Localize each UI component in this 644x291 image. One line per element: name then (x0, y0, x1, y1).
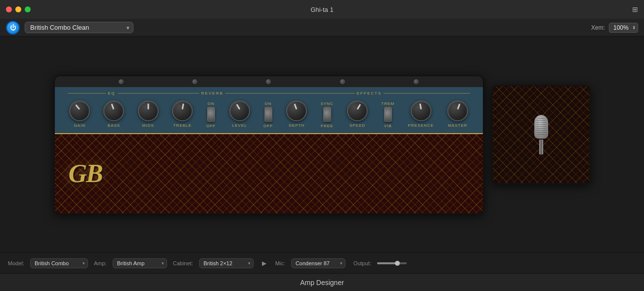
reverb-switch[interactable] (207, 107, 215, 122)
zoom-wrapper: 75% 100% 125% 150% (609, 23, 638, 33)
speed-knob[interactable] (347, 100, 368, 121)
speed-knob-group: SPEED (347, 100, 368, 128)
model-select-wrapper: British Combo American Vintage British L… (30, 258, 88, 268)
output-label: Output: (353, 260, 371, 266)
toolbar: ⏻ British Combo Clean British Combo Brit… (0, 19, 644, 37)
mic-label: Mic: (275, 260, 285, 266)
free-label: FREE (321, 124, 333, 128)
preset-dropdown-wrapper: British Combo Clean British Combo Britis… (20, 22, 133, 33)
power-button[interactable]: ⏻ (6, 21, 20, 35)
depth-off-label: OFF (263, 124, 273, 128)
mic-body (539, 140, 543, 154)
section-reverb-label: REVERB (201, 91, 223, 96)
trem-label: TREM (382, 101, 395, 106)
bolt-5 (414, 79, 419, 84)
gb-logo: GB (69, 159, 102, 188)
zoom-select[interactable]: 75% 100% 125% 150% (609, 23, 638, 33)
maximize-button[interactable] (25, 6, 31, 12)
power-icon: ⏻ (10, 24, 16, 31)
bolt-3 (266, 79, 271, 84)
gain-knob-group: GAIN (69, 100, 90, 128)
section-eq-label: EQ (108, 91, 116, 96)
gain-knob[interactable] (69, 100, 90, 121)
depth-on-label: ON (265, 101, 272, 106)
model-select[interactable]: British Combo American Vintage British L… (30, 258, 88, 268)
level-label: LEVEL (232, 123, 247, 128)
close-button[interactable] (6, 6, 12, 12)
bolt-1 (119, 79, 124, 84)
amp-scene: EQ REVERB EFFECTS (6, 75, 638, 214)
bass-knob[interactable] (103, 100, 124, 121)
treble-knob[interactable] (172, 100, 193, 121)
expand-icon[interactable]: ⊞ (632, 5, 638, 13)
knobs-row: GAIN BASS MIDS TREBLE (63, 98, 475, 130)
titlebar: Ghi-ta 1 ⊞ (0, 0, 644, 19)
reverb-on-label: ON (208, 101, 215, 106)
traffic-lights (6, 6, 31, 12)
amp-label: Amp: (94, 260, 107, 266)
presence-label: PRESENCE (408, 123, 434, 128)
mids-knob-group: MIDS (138, 100, 159, 128)
minimize-button[interactable] (15, 6, 21, 12)
mic-select[interactable]: Condenser 87 Dynamic 57 Ribbon 121 (291, 258, 345, 268)
speed-label: SPEED (349, 123, 365, 128)
main-area: EQ REVERB EFFECTS (0, 37, 644, 252)
microphone (534, 115, 549, 154)
bass-knob-group: BASS (103, 100, 124, 128)
reverb-off-label: OFF (206, 124, 215, 128)
bass-label: BASS (108, 123, 120, 128)
amp-bolts (55, 76, 483, 87)
amp-cabinet (492, 85, 591, 184)
master-knob[interactable] (447, 100, 468, 121)
trem-switch-group: TREM VIB (382, 100, 395, 128)
master-knob-group: MASTER (447, 100, 468, 128)
level-knob[interactable] (229, 100, 250, 121)
preset-select[interactable]: British Combo Clean British Combo Britis… (25, 22, 133, 33)
mids-label: MIDS (142, 123, 154, 128)
window-title: Ghi-ta 1 (310, 6, 333, 13)
app-title: Amp Designer (300, 279, 344, 287)
depth-label: DEPTH (289, 123, 304, 128)
output-slider[interactable] (377, 262, 407, 264)
model-label: Model: (8, 260, 24, 266)
section-effects-label: EFFECTS (357, 91, 382, 96)
cabinet-select-wrapper: British 2×12 British 4×12 American 1×12 (199, 258, 254, 268)
cabinet-select[interactable]: British 2×12 British 4×12 American 1×12 (199, 258, 254, 268)
toolbar-right: Xem: 75% 100% 125% 150% (591, 23, 638, 33)
sync-switch[interactable] (323, 107, 331, 122)
master-label: MASTER (448, 123, 467, 128)
depth-knob-group: DEPTH (286, 100, 307, 128)
depth-knob[interactable] (286, 100, 307, 121)
bottom-bar: Model: British Combo American Vintage Br… (0, 252, 644, 273)
depth-switch-group: ON OFF (263, 100, 273, 128)
output-slider-fill (377, 262, 397, 264)
play-button[interactable]: ▶ (259, 258, 269, 268)
controls-panel: EQ REVERB EFFECTS (55, 87, 483, 133)
amp-select-wrapper: British Amp American Amp (113, 258, 167, 268)
bolt-4 (340, 79, 345, 84)
mids-knob[interactable] (138, 100, 159, 121)
level-knob-group: LEVEL (229, 100, 250, 128)
presence-knob[interactable] (411, 100, 431, 121)
depth-switch[interactable] (264, 107, 272, 122)
zoom-label: Xem: (591, 24, 605, 31)
treble-label: TREBLE (173, 123, 192, 128)
speaker-grille: GB (55, 134, 483, 213)
sync-label: SYNC (321, 101, 334, 106)
amp-select[interactable]: British Amp American Amp (113, 258, 167, 268)
sync-switch-group: SYNC FREE (321, 100, 334, 128)
amp-unit: EQ REVERB EFFECTS (54, 75, 484, 214)
presence-knob-group: PRESENCE (408, 100, 434, 128)
vib-label: VIB (384, 124, 392, 128)
cabinet-label: Cabinet: (173, 260, 193, 266)
gain-label: GAIN (74, 123, 86, 128)
trem-switch[interactable] (384, 107, 392, 122)
bolt-2 (192, 79, 197, 84)
titlebar-expand: ⊞ (632, 5, 638, 14)
treble-knob-group: TREBLE (172, 100, 193, 128)
app-title-bar: Amp Designer (0, 273, 644, 291)
reverb-switch-group: ON OFF (206, 100, 215, 128)
mic-select-wrapper: Condenser 87 Dynamic 57 Ribbon 121 (291, 258, 345, 268)
mic-head (534, 115, 548, 139)
